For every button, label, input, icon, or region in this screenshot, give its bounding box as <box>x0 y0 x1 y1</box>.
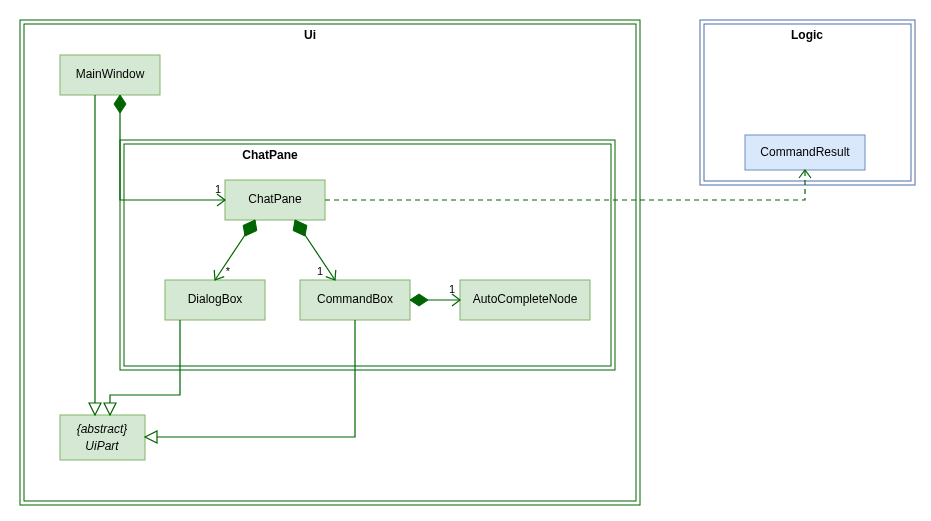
package-chatpane-title: ChatPane <box>242 148 298 162</box>
class-commandresult-label: CommandResult <box>760 145 850 159</box>
class-chatpane: ChatPane <box>225 180 325 220</box>
edge-commandbox-uipart <box>145 320 355 443</box>
class-commandresult: CommandResult <box>745 135 865 170</box>
svg-rect-4 <box>120 140 615 370</box>
edge-commandbox-autocomplete: 1 <box>410 283 460 306</box>
package-chatpane: ChatPane <box>120 140 615 370</box>
svg-marker-15 <box>293 220 307 236</box>
class-commandbox-label: CommandBox <box>317 292 393 306</box>
package-ui-title: Ui <box>304 28 316 42</box>
class-uipart: {abstract} UiPart <box>60 415 145 460</box>
edge-dialogbox-uipart <box>104 320 180 415</box>
class-mainwindow: MainWindow <box>60 55 160 95</box>
svg-marker-13 <box>114 95 126 113</box>
edge-mainwindow-chatpane: 1 <box>114 95 225 206</box>
mult-cmd-auto: 1 <box>449 283 455 295</box>
class-dialogbox: DialogBox <box>165 280 265 320</box>
mult-chat-dialog: * <box>226 265 231 277</box>
package-logic-title: Logic <box>791 28 823 42</box>
edge-mainwindow-uipart <box>89 95 101 415</box>
svg-marker-19 <box>145 431 157 443</box>
class-commandbox: CommandBox <box>300 280 410 320</box>
class-dialogbox-label: DialogBox <box>188 292 243 306</box>
mult-chat-cmd: 1 <box>317 265 323 277</box>
svg-marker-16 <box>410 294 428 306</box>
class-uipart-label: UiPart <box>85 439 119 453</box>
svg-marker-17 <box>89 403 101 415</box>
edge-chatpane-dialogbox: * <box>214 220 257 280</box>
class-autocompletenode: AutoCompleteNode <box>460 280 590 320</box>
class-autocompletenode-label: AutoCompleteNode <box>473 292 578 306</box>
mult-mw-chat: 1 <box>215 183 221 195</box>
edge-chatpane-commandbox: 1 <box>293 220 336 280</box>
svg-marker-18 <box>104 403 116 415</box>
class-uipart-stereotype: {abstract} <box>77 422 128 436</box>
class-mainwindow-label: MainWindow <box>76 67 145 81</box>
class-chatpane-label: ChatPane <box>248 192 302 206</box>
svg-marker-14 <box>243 220 257 236</box>
svg-rect-5 <box>124 144 611 366</box>
